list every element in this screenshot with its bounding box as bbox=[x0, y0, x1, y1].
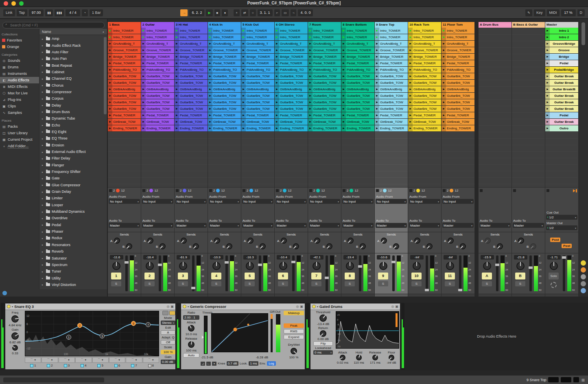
device-on-toggle[interactable] bbox=[7, 305, 11, 308]
sidebar-item-orange[interactable]: Orange bbox=[0, 44, 39, 50]
clip-slot[interactable]: ▶Bridge_TOWER bbox=[341, 54, 374, 60]
clip-stop-button[interactable] bbox=[409, 189, 412, 192]
clip-slot[interactable]: ▶GtrBrkAndBrdg bbox=[308, 86, 341, 92]
eq-band-enable-5[interactable]: 5 bbox=[92, 364, 109, 367]
clip-launch-icon[interactable]: ▶ bbox=[108, 28, 112, 34]
minimize-window-icon[interactable] bbox=[11, 1, 16, 6]
solo-button[interactable]: S bbox=[211, 281, 221, 286]
clip-slot[interactable]: ▶Intro_TOWER bbox=[208, 28, 241, 34]
clip-slot[interactable]: ▶PdlAndBrdg_TO bbox=[442, 67, 474, 73]
browser-device-item[interactable]: ▸Looper bbox=[39, 202, 107, 208]
clip-stop-button[interactable] bbox=[209, 189, 212, 192]
clip-launch-icon[interactable]: ▶ bbox=[108, 80, 112, 86]
clip-launch-icon[interactable]: ▶ bbox=[408, 28, 413, 34]
clip-launch-icon[interactable]: ▶ bbox=[241, 125, 246, 131]
clip-slot[interactable]: ▶Ending_TOWER bbox=[308, 125, 341, 131]
clip-launch-icon[interactable]: ▶ bbox=[442, 119, 446, 125]
clip-launch-icon[interactable]: ▶ bbox=[175, 34, 179, 40]
track-header[interactable]: 3 Hi Hat bbox=[175, 22, 208, 28]
clip-launch-icon[interactable]: ▶ bbox=[375, 99, 379, 105]
clip-slot[interactable]: ▶GrvAndBrdg_T bbox=[375, 41, 408, 47]
expander-icon[interactable]: ▸ bbox=[42, 277, 44, 279]
session-record-button[interactable]: ○ bbox=[250, 9, 256, 16]
clip-slot[interactable]: ▶Pedal_TOWER bbox=[442, 112, 474, 118]
send-b-knob[interactable] bbox=[260, 243, 266, 249]
pan-knob[interactable] bbox=[483, 262, 491, 270]
device-drop-area[interactable]: Drop Audio Effects Here bbox=[405, 303, 588, 370]
clip-slot[interactable]: ▶Intro_TOWER bbox=[442, 34, 474, 40]
crossfade-section-toggle[interactable] bbox=[581, 288, 586, 293]
clip-slot[interactable]: ▶GuitarBrk_TOW bbox=[108, 99, 141, 105]
browser-device-item[interactable]: ▸Saturator bbox=[39, 255, 107, 261]
clip-launch-icon[interactable]: ▶ bbox=[241, 54, 246, 60]
makeup-button[interactable]: Makeup bbox=[284, 311, 304, 315]
clip-slot[interactable]: ▶GuitarBrk_TOW bbox=[308, 80, 341, 86]
maximize-window-icon[interactable] bbox=[19, 1, 24, 6]
clip-launch-icon[interactable]: ▶ bbox=[308, 99, 313, 105]
empty-clip-slots[interactable] bbox=[479, 132, 511, 187]
browser-device-item[interactable]: ▸Pedal bbox=[39, 222, 107, 228]
clip-slot[interactable]: ▶GtrBreak_TOW bbox=[108, 119, 141, 125]
expander-icon[interactable]: ▸ bbox=[42, 243, 44, 246]
device-on-toggle[interactable] bbox=[183, 305, 186, 308]
clip-slot[interactable]: ▶Ending_TOWER bbox=[108, 125, 141, 131]
clip-launch-icon[interactable]: ▶ bbox=[108, 73, 112, 79]
volume-fader[interactable] bbox=[459, 255, 461, 291]
clip-launch-icon[interactable]: ▶ bbox=[442, 106, 446, 112]
clip-launch-icon[interactable]: ▶ bbox=[275, 80, 279, 86]
audio-routing-dropdown[interactable]: ‖1/2▾ bbox=[546, 225, 577, 230]
clip-slot[interactable]: ▶Groove_TOWER bbox=[141, 47, 174, 53]
pan-knob[interactable] bbox=[346, 262, 354, 270]
clip-slot[interactable]: ▶GuitarBrk_TOW bbox=[442, 106, 474, 112]
clip-slot[interactable]: ▶GuitarBrk_TOW bbox=[308, 73, 341, 79]
eq-band-filter-4[interactable]: ⌒▾ bbox=[75, 357, 92, 363]
save-preset-icon[interactable]: ▣ bbox=[170, 305, 174, 308]
clip-slot[interactable]: ▶PdlAndBrdg_TO bbox=[208, 67, 241, 73]
track-activator-button[interactable]: 9 bbox=[378, 273, 388, 279]
clip-launch-icon[interactable]: ▶ bbox=[208, 112, 212, 118]
clip-launch-icon[interactable]: ▶ bbox=[442, 47, 446, 53]
volume-display[interactable]: -16.3 bbox=[243, 255, 257, 260]
browser-device-item[interactable]: ▸Auto Pan bbox=[39, 55, 107, 62]
clip-launch-icon[interactable]: ▶ bbox=[141, 93, 146, 99]
eq-band-filter-3[interactable]: ⌒▾ bbox=[59, 357, 75, 363]
clip-launch-icon[interactable]: ▶ bbox=[408, 34, 413, 40]
clip-slot[interactable]: ▶Groove_TOWER bbox=[108, 47, 141, 53]
clip-launch-icon[interactable]: ▶ bbox=[175, 73, 179, 79]
clip-launch-icon[interactable]: ▶ bbox=[341, 80, 346, 86]
audio-routing-dropdown[interactable]: Master▾ bbox=[342, 223, 374, 228]
clip-slot[interactable]: ▶Intro_TOWER bbox=[241, 28, 274, 34]
io-section-toggle[interactable] bbox=[581, 260, 586, 266]
scene-slot[interactable]: ▶Guitar Break bbox=[545, 80, 578, 86]
sidebar-item-max-for-live[interactable]: ⬡Max for Live bbox=[0, 90, 39, 96]
empty-clip-slots[interactable] bbox=[108, 132, 141, 187]
clip-launch-icon[interactable]: ▶ bbox=[108, 67, 112, 73]
gate-release-value[interactable]: 171 ms bbox=[370, 361, 380, 364]
clip-launch-icon[interactable]: ▶ bbox=[275, 34, 279, 40]
returns-section-toggle[interactable] bbox=[581, 274, 586, 279]
browser-device-item[interactable]: ▸External Audio Effect bbox=[39, 148, 107, 155]
clip-slot[interactable]: ▶GuitarBrk_TOW bbox=[341, 106, 374, 112]
volume-display[interactable]: -21.8 bbox=[514, 255, 527, 260]
browser-device-item[interactable]: ▸Channel EQ bbox=[39, 75, 107, 82]
clip-slot[interactable]: ▶Intro_TOWER bbox=[408, 28, 441, 34]
clip-launch-icon[interactable]: ▶ bbox=[208, 47, 212, 53]
clip-launch-icon[interactable]: ▶ bbox=[241, 99, 246, 105]
loop-start-display[interactable]: 3. 1. 1 bbox=[258, 9, 273, 16]
expander-icon[interactable]: ▸ bbox=[42, 50, 44, 53]
scene-launch-icon[interactable]: ▶ bbox=[545, 93, 550, 99]
clip-slot[interactable]: ▶Intro_TOWER bbox=[341, 28, 374, 34]
scene-launch-icon[interactable]: ▶ bbox=[545, 112, 550, 118]
clip-stop-button[interactable] bbox=[546, 189, 549, 192]
empty-clip-slots[interactable] bbox=[512, 132, 545, 187]
expand-button[interactable]: Expand bbox=[284, 335, 304, 339]
clip-launch-icon[interactable]: ▶ bbox=[375, 106, 379, 112]
volume-display[interactable]: -10.9 bbox=[210, 255, 223, 260]
scene-slot[interactable]: ▶Guitar Break bbox=[545, 93, 578, 99]
auto-release-button[interactable]: Auto bbox=[183, 353, 199, 358]
clip-slot[interactable]: ▶Ending_TOWER bbox=[442, 125, 474, 131]
clip-stop-button[interactable] bbox=[343, 189, 345, 192]
clip-slot[interactable]: ▶Pedal_TOWER bbox=[341, 112, 374, 118]
clip-slot[interactable]: ▶Bridge_TOWER bbox=[275, 54, 308, 60]
clip-launch-icon[interactable]: ▶ bbox=[408, 119, 413, 125]
